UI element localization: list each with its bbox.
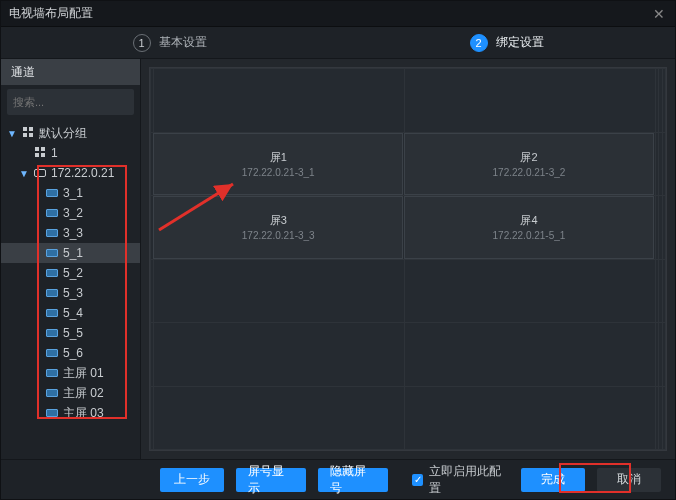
tree-ch-3-2[interactable]: 3_2 [1, 203, 140, 223]
group-icon [21, 127, 35, 139]
enable-now-label: 立即启用此配置 [429, 463, 509, 497]
dialog-window: 电视墙布局配置 ✕ 1 基本设置 2 绑定设置 通道 ▼ [0, 0, 676, 500]
tree-ch-5-5[interactable]: 5_5 [1, 323, 140, 343]
tree-root-label: 默认分组 [39, 125, 87, 142]
finish-button[interactable]: 完成 [521, 468, 585, 492]
close-icon[interactable]: ✕ [651, 6, 667, 22]
tree-ch-3-1[interactable]: 3_1 [1, 183, 140, 203]
step-label-2: 绑定设置 [496, 34, 544, 51]
cancel-button-label: 取消 [617, 471, 641, 488]
channel-icon [45, 407, 59, 419]
tree-node-1[interactable]: ▼ 1 [1, 143, 140, 163]
channel-tree: ▼ 默认分组 ▼ 1 ▼ 172.22.0.21 3_1 3_2 3_3 5_ [1, 121, 140, 459]
tree-ch-3-3[interactable]: 3_3 [1, 223, 140, 243]
search-input[interactable] [13, 96, 151, 108]
device-icon [33, 167, 47, 179]
tree-ch-5-2[interactable]: 5_2 [1, 263, 140, 283]
step-bind[interactable]: 2 绑定设置 [470, 34, 544, 52]
tree-ch-label: 主屏 01 [63, 365, 104, 382]
slot-name: 屏3 [270, 213, 287, 228]
left-tab-channel[interactable]: 通道 [1, 59, 140, 85]
grid-cell-2[interactable]: 屏2 172.22.0.21-3_2 [404, 133, 654, 196]
show-screen-no-button[interactable]: 屏号显示 [236, 468, 306, 492]
tree-ch-label: 3_2 [63, 206, 83, 220]
grid-cell-1[interactable]: 屏1 172.22.0.21-3_1 [153, 133, 403, 196]
tree-ch-label: 主屏 03 [63, 405, 104, 422]
tree-ch-label: 5_5 [63, 326, 83, 340]
tree-ch-main-03[interactable]: 主屏 03 [1, 403, 140, 423]
finish-button-label: 完成 [541, 471, 565, 488]
search-box[interactable] [7, 89, 134, 115]
prev-button[interactable]: 上一步 [160, 468, 224, 492]
footer: 上一步 屏号显示 隐藏屏号 ✓ 立即启用此配置 完成 取消 [1, 459, 675, 499]
caret-down-icon[interactable]: ▼ [7, 128, 17, 139]
channel-icon [45, 187, 59, 199]
checkbox-checked-icon: ✓ [412, 474, 423, 486]
tree-ch-label: 主屏 02 [63, 385, 104, 402]
slot-addr: 172.22.0.21-3_1 [242, 167, 315, 178]
step-number-1: 1 [133, 34, 151, 52]
slot-addr: 172.22.0.21-3_2 [493, 167, 566, 178]
tree-node-1-label: 1 [51, 146, 58, 160]
tree-ch-label: 5_1 [63, 246, 83, 260]
channel-icon [45, 347, 59, 359]
tree-ch-5-3[interactable]: 5_3 [1, 283, 140, 303]
hide-screen-no-button[interactable]: 隐藏屏号 [318, 468, 388, 492]
slot-addr: 172.22.0.21-3_3 [242, 230, 315, 241]
hide-no-label: 隐藏屏号 [330, 463, 376, 497]
show-no-label: 屏号显示 [248, 463, 294, 497]
left-panel: 通道 ▼ 默认分组 ▼ 1 ▼ [1, 59, 141, 459]
tree-ch-main-02[interactable]: 主屏 02 [1, 383, 140, 403]
tree-ch-label: 5_3 [63, 286, 83, 300]
tree-ch-label: 3_1 [63, 186, 83, 200]
tree-node-ip-label: 172.22.0.21 [51, 166, 114, 180]
step-basic[interactable]: 1 基本设置 [133, 34, 207, 52]
step-label-1: 基本设置 [159, 34, 207, 51]
channel-icon [45, 367, 59, 379]
grid-cell-3[interactable]: 屏3 172.22.0.21-3_3 [153, 196, 403, 259]
titlebar: 电视墙布局配置 ✕ [1, 1, 675, 27]
tree-ch-label: 5_4 [63, 306, 83, 320]
channel-icon [45, 387, 59, 399]
tree-ch-5-4[interactable]: 5_4 [1, 303, 140, 323]
channel-icon [45, 307, 59, 319]
slot-name: 屏2 [520, 150, 537, 165]
prev-button-label: 上一步 [174, 471, 210, 488]
channel-icon [45, 227, 59, 239]
tree-ch-5-1[interactable]: 5_1 [1, 243, 140, 263]
cancel-button[interactable]: 取消 [597, 468, 661, 492]
tree-ch-label: 5_6 [63, 346, 83, 360]
step-bar: 1 基本设置 2 绑定设置 [1, 27, 675, 59]
tree-node-ip[interactable]: ▼ 172.22.0.21 [1, 163, 140, 183]
channel-icon [45, 267, 59, 279]
dialog-title: 电视墙布局配置 [9, 5, 651, 22]
channel-icon [45, 247, 59, 259]
slot-addr: 172.22.0.21-5_1 [493, 230, 566, 241]
caret-down-icon[interactable]: ▼ [19, 168, 29, 179]
channel-icon [45, 207, 59, 219]
step-number-2: 2 [470, 34, 488, 52]
tree-ch-label: 3_3 [63, 226, 83, 240]
dialog-body: 通道 ▼ 默认分组 ▼ 1 ▼ [1, 59, 675, 459]
grid-cell-4[interactable]: 屏4 172.22.0.21-5_1 [404, 196, 654, 259]
channel-icon [45, 287, 59, 299]
tree-ch-5-6[interactable]: 5_6 [1, 343, 140, 363]
tree-ch-main-01[interactable]: 主屏 01 [1, 363, 140, 383]
grid-table: 屏1 172.22.0.21-3_1 屏2 172.22.0.21-3_2 屏3 [150, 68, 666, 450]
enable-now-checkbox[interactable]: ✓ 立即启用此配置 [412, 463, 509, 497]
screen-grid[interactable]: 屏1 172.22.0.21-3_1 屏2 172.22.0.21-3_2 屏3 [149, 67, 667, 451]
grid-panel: 屏1 172.22.0.21-3_1 屏2 172.22.0.21-3_2 屏3 [141, 59, 675, 459]
group-icon [33, 147, 47, 159]
slot-name: 屏1 [270, 150, 287, 165]
tree-ch-label: 5_2 [63, 266, 83, 280]
channel-icon [45, 327, 59, 339]
tree-root[interactable]: ▼ 默认分组 [1, 123, 140, 143]
slot-name: 屏4 [520, 213, 537, 228]
